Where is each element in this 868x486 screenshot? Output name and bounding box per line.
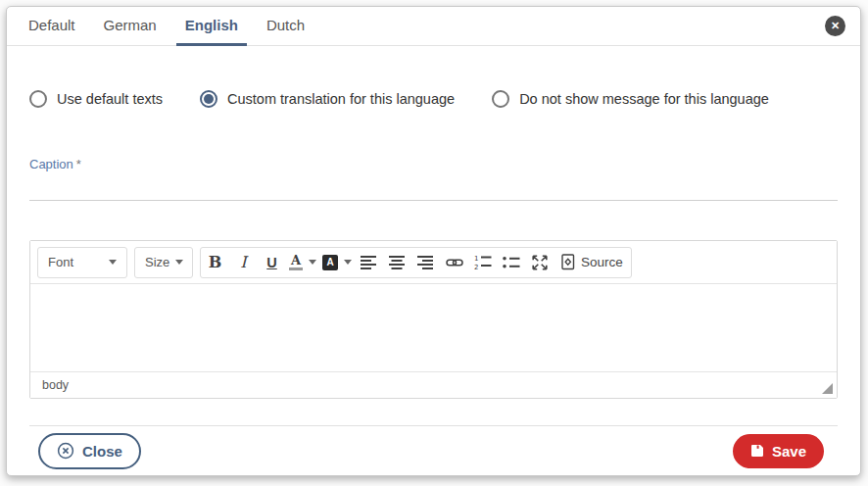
tab-german-label: German xyxy=(104,17,157,33)
text-color-button[interactable]: A xyxy=(286,248,319,277)
caption-label-text: Caption xyxy=(29,157,73,171)
bulleted-list-icon xyxy=(503,256,520,269)
size-dropdown-label: Size xyxy=(145,255,169,269)
radio-icon xyxy=(29,90,47,108)
required-marker: * xyxy=(76,157,81,171)
underline-button[interactable]: U xyxy=(258,248,286,277)
chevron-down-icon xyxy=(344,260,352,265)
link-icon xyxy=(446,257,463,268)
dialog-footer: Close Save xyxy=(29,425,838,475)
chevron-down-icon xyxy=(175,260,183,265)
bold-icon: B xyxy=(209,253,222,271)
numbered-list-button[interactable]: 1 2 xyxy=(468,248,497,277)
editor-status-bar: body xyxy=(30,371,837,398)
save-button-label: Save xyxy=(772,443,806,460)
tab-german[interactable]: German xyxy=(95,7,166,46)
maximize-button[interactable] xyxy=(525,248,554,277)
close-button-label: Close xyxy=(82,443,122,460)
text-color-icon: A xyxy=(289,254,303,270)
close-circle-icon xyxy=(57,442,74,460)
tab-default[interactable]: Default xyxy=(20,7,84,46)
align-right-icon xyxy=(417,256,434,269)
bold-button[interactable]: B xyxy=(201,248,229,277)
italic-icon: I xyxy=(240,253,246,271)
tab-english-label: English xyxy=(185,17,238,33)
source-button-label: Source xyxy=(581,255,623,269)
tab-english[interactable]: English xyxy=(176,7,247,46)
editor-toolbar: Font Size B I U xyxy=(30,241,837,284)
source-button[interactable]: Source xyxy=(554,248,631,277)
font-dropdown-label: Font xyxy=(48,255,73,269)
radio-selected-icon xyxy=(200,90,217,108)
svg-text:1: 1 xyxy=(474,255,478,263)
link-button[interactable] xyxy=(440,248,468,277)
align-right-button[interactable] xyxy=(411,248,440,277)
close-button[interactable]: Close xyxy=(38,433,141,469)
language-tab-bar: Default German English Dutch ✕ xyxy=(7,7,860,46)
tab-dutch-label: Dutch xyxy=(266,17,305,33)
dialog-content: Use default texts Custom translation for… xyxy=(7,46,860,475)
translation-mode-options: Use default texts Custom translation for… xyxy=(29,90,838,108)
background-color-button[interactable]: A xyxy=(319,248,355,277)
italic-button[interactable]: I xyxy=(229,248,258,277)
background-color-icon: A xyxy=(322,255,338,270)
align-center-icon xyxy=(389,256,406,269)
underline-icon: U xyxy=(266,255,276,270)
size-dropdown[interactable]: Size xyxy=(134,247,193,278)
resize-handle-icon[interactable] xyxy=(822,383,833,394)
align-left-icon xyxy=(361,256,377,269)
svg-text:2: 2 xyxy=(474,264,478,270)
bulleted-list-button[interactable] xyxy=(497,248,525,277)
align-center-button[interactable] xyxy=(383,248,411,277)
radio-do-not-show[interactable]: Do not show message for this language xyxy=(492,90,769,108)
rich-text-editor: Font Size B I U xyxy=(29,240,838,399)
caption-field-label: Caption* xyxy=(29,157,838,171)
radio-icon xyxy=(492,90,509,108)
chevron-down-icon xyxy=(309,260,316,265)
translation-dialog: Default German English Dutch ✕ Use defau… xyxy=(6,6,861,476)
tab-default-label: Default xyxy=(28,17,75,33)
chevron-down-icon xyxy=(109,260,117,265)
formatting-button-group: B I U A xyxy=(200,247,632,278)
save-icon xyxy=(750,444,764,458)
align-left-button[interactable] xyxy=(355,248,383,277)
save-button[interactable]: Save xyxy=(733,434,824,468)
close-icon-glyph: ✕ xyxy=(831,20,840,32)
maximize-icon xyxy=(532,255,548,270)
tab-dutch[interactable]: Dutch xyxy=(258,7,313,46)
source-icon xyxy=(561,254,575,270)
editor-content-area[interactable] xyxy=(30,284,837,371)
close-icon[interactable]: ✕ xyxy=(825,16,845,36)
numbered-list-icon: 1 2 xyxy=(474,255,492,269)
radio-do-not-show-label: Do not show message for this language xyxy=(519,91,769,107)
radio-custom-translation-label: Custom translation for this language xyxy=(227,91,455,107)
radio-use-default-texts-label: Use default texts xyxy=(57,91,163,107)
radio-use-default-texts[interactable]: Use default texts xyxy=(29,90,163,108)
element-path: body xyxy=(42,378,69,392)
radio-custom-translation[interactable]: Custom translation for this language xyxy=(200,90,455,108)
caption-input[interactable] xyxy=(29,177,838,201)
font-dropdown[interactable]: Font xyxy=(37,247,127,278)
